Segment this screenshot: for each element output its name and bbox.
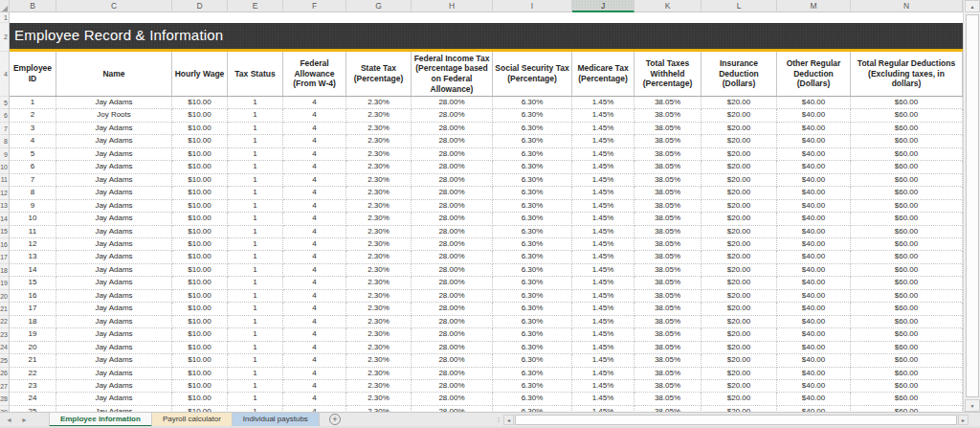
table-cell[interactable]: $60.00: [851, 380, 963, 393]
table-cell[interactable]: $60.00: [851, 135, 963, 147]
table-cell[interactable]: 38.05%: [635, 187, 702, 199]
table-cell[interactable]: 28.00%: [412, 148, 493, 161]
table-cell[interactable]: $20.00: [702, 303, 777, 315]
table-cell[interactable]: 2.30%: [346, 368, 412, 380]
table-cell[interactable]: 38.05%: [635, 213, 702, 225]
column-header-cell[interactable]: Hourly Wage: [172, 52, 228, 97]
table-cell[interactable]: 1.45%: [572, 277, 635, 289]
table-cell[interactable]: 16: [10, 290, 56, 303]
table-cell[interactable]: 2.30%: [346, 264, 412, 277]
table-cell[interactable]: 1.45%: [572, 200, 635, 213]
table-cell[interactable]: $10.00: [172, 148, 228, 161]
table-cell[interactable]: 28.00%: [412, 238, 493, 251]
table-cell[interactable]: 38.05%: [635, 354, 702, 367]
table-cell[interactable]: 1: [228, 174, 283, 187]
column-header-cell[interactable]: Medicare Tax (Percentage): [572, 52, 635, 97]
table-cell[interactable]: 1: [228, 97, 283, 109]
table-cell[interactable]: 2.30%: [346, 354, 412, 367]
table-cell[interactable]: 2.30%: [346, 187, 412, 199]
sheet-tab-payroll-calculator[interactable]: Payroll calculator: [152, 413, 233, 427]
column-letter-l[interactable]: L: [702, 0, 777, 12]
table-cell[interactable]: $60.00: [851, 368, 963, 380]
table-cell[interactable]: $40.00: [777, 342, 851, 354]
table-cell[interactable]: 2.30%: [346, 251, 412, 263]
row-number[interactable]: 15: [0, 226, 10, 238]
column-letter-i[interactable]: I: [493, 0, 572, 12]
table-cell[interactable]: 1: [228, 368, 283, 380]
table-cell[interactable]: 1: [228, 303, 283, 315]
column-letter-h[interactable]: H: [412, 0, 493, 12]
table-cell[interactable]: 1.45%: [572, 148, 635, 161]
table-cell[interactable]: 4: [283, 316, 346, 328]
table-cell[interactable]: 38.05%: [635, 264, 702, 277]
table-cell[interactable]: $20.00: [702, 109, 777, 122]
table-cell[interactable]: $40.00: [777, 226, 851, 238]
table-cell[interactable]: $10.00: [172, 290, 228, 303]
table-cell[interactable]: $20.00: [702, 161, 777, 173]
table-cell[interactable]: 28.00%: [412, 213, 493, 225]
table-cell[interactable]: $40.00: [777, 251, 851, 263]
table-cell[interactable]: 38.05%: [635, 277, 702, 289]
table-cell[interactable]: 38.05%: [635, 303, 702, 315]
table-cell[interactable]: 1.45%: [572, 251, 635, 263]
table-cell[interactable]: 6.30%: [493, 290, 572, 303]
table-cell[interactable]: 2.30%: [346, 174, 412, 187]
table-cell[interactable]: 28.00%: [412, 161, 493, 173]
column-header-cell[interactable]: Total Taxes Withheld (Percentage): [635, 52, 702, 97]
table-cell[interactable]: Jay Adams: [56, 303, 172, 315]
table-cell[interactable]: 9: [10, 200, 56, 213]
table-cell[interactable]: 28.00%: [412, 123, 493, 135]
table-cell[interactable]: $20.00: [702, 328, 777, 341]
table-cell[interactable]: Joy Roots: [56, 109, 172, 122]
table-cell[interactable]: 4: [283, 200, 346, 213]
select-all-corner[interactable]: [0, 0, 10, 12]
row-number[interactable]: 10: [0, 161, 10, 173]
table-cell[interactable]: $10.00: [172, 226, 228, 238]
table-cell[interactable]: $60.00: [851, 97, 963, 109]
table-cell[interactable]: $40.00: [777, 316, 851, 328]
table-cell[interactable]: 28.00%: [412, 354, 493, 367]
blank-cell[interactable]: [10, 12, 963, 23]
table-cell[interactable]: Jay Adams: [56, 380, 172, 393]
table-cell[interactable]: $10.00: [172, 354, 228, 367]
table-cell[interactable]: $60.00: [851, 148, 963, 161]
table-cell[interactable]: $20.00: [702, 316, 777, 328]
table-cell[interactable]: 38.05%: [635, 290, 702, 303]
row-number[interactable]: 26: [0, 368, 10, 380]
table-cell[interactable]: Jay Adams: [56, 97, 172, 109]
table-cell[interactable]: 2.30%: [346, 148, 412, 161]
table-cell[interactable]: 6.30%: [493, 123, 572, 135]
table-cell[interactable]: $40.00: [777, 303, 851, 315]
table-cell[interactable]: 4: [283, 251, 346, 263]
row-number[interactable]: 16: [0, 238, 10, 251]
table-cell[interactable]: $60.00: [851, 303, 963, 315]
table-cell[interactable]: 4: [283, 264, 346, 277]
table-cell[interactable]: 28.00%: [412, 290, 493, 303]
horizontal-scrollbar-thumb[interactable]: [515, 415, 957, 425]
table-cell[interactable]: 1: [228, 316, 283, 328]
table-cell[interactable]: 1: [228, 238, 283, 251]
table-cell[interactable]: 4: [283, 135, 346, 147]
table-cell[interactable]: 1: [228, 380, 283, 393]
table-cell[interactable]: 1.45%: [572, 380, 635, 393]
row-number[interactable]: 22: [0, 316, 10, 328]
table-cell[interactable]: 28.00%: [412, 328, 493, 341]
table-cell[interactable]: 1.45%: [572, 97, 635, 109]
table-cell[interactable]: 38.05%: [635, 226, 702, 238]
table-cell[interactable]: 6.30%: [493, 187, 572, 199]
table-cell[interactable]: 38.05%: [635, 200, 702, 213]
table-cell[interactable]: 28.00%: [412, 303, 493, 315]
table-cell[interactable]: 3: [10, 123, 56, 135]
row-number[interactable]: 5: [0, 97, 10, 109]
column-letter-b[interactable]: B: [10, 0, 56, 12]
row-number[interactable]: 21: [0, 303, 10, 315]
table-cell[interactable]: 2.30%: [346, 97, 412, 109]
table-cell[interactable]: $60.00: [851, 123, 963, 135]
scroll-right-icon[interactable]: ►: [958, 415, 969, 425]
table-cell[interactable]: $10.00: [172, 123, 228, 135]
table-cell[interactable]: 4: [283, 161, 346, 173]
table-cell[interactable]: 4: [283, 148, 346, 161]
table-cell[interactable]: Jay Adams: [56, 135, 172, 147]
table-cell[interactable]: 18: [10, 316, 56, 328]
table-cell[interactable]: 4: [283, 368, 346, 380]
